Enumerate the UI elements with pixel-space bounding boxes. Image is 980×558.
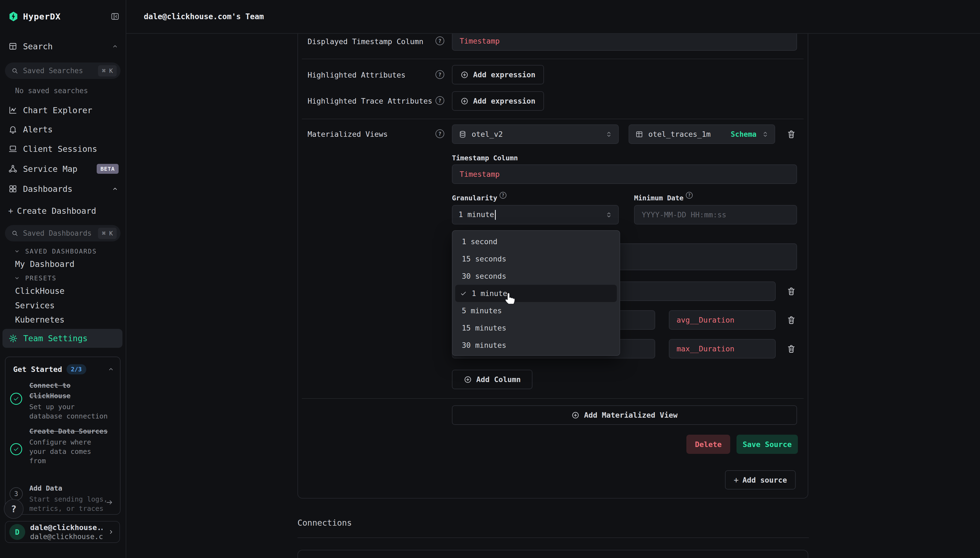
saved-dashboards-section-header[interactable]: SAVED DASHBOARDS [14,246,119,257]
laptop-icon [8,144,18,153]
step-text: Connect to ClickHouse Set up your databa… [29,381,111,421]
dashboards-icon [8,184,18,194]
get-started-step-1[interactable]: Connect to ClickHouse Set up your databa… [5,381,120,424]
dropdown-option[interactable]: 15 minutes [453,319,620,336]
materialized-views-label: Materialized Views [308,130,388,138]
database-icon [458,130,467,138]
help-circle-icon[interactable]: ? [435,96,444,105]
shortcut-badge: ⌘ K [98,228,117,239]
step-title: Connect to ClickHouse [29,381,111,401]
help-circle-icon[interactable]: ? [435,70,444,79]
step-title: Create Data Sources [29,426,111,437]
help-circle-icon[interactable]: ? [435,130,444,138]
database-select[interactable]: otel_v2 [452,125,619,144]
delete-column-icon[interactable] [787,287,796,296]
avatar: D [9,524,25,540]
get-started-step-2[interactable]: Create Data Sources Configure where your… [5,426,120,478]
sidebar-item-label: Client Sessions [23,144,97,154]
add-expression-label: Add expression [473,71,535,79]
help-circle-icon[interactable]: ? [435,36,444,45]
sidebar-item-kubernetes[interactable]: Kubernetes [15,313,119,326]
dropdown-option[interactable]: 1 second [453,233,620,250]
add-materialized-view-label: Add Materialized View [584,411,677,419]
add-column-label: Add Column [476,375,521,384]
granularity-select[interactable]: 1 minute [452,205,619,225]
search-section-icon [8,42,18,51]
sidebar-item-alerts[interactable]: Alerts [8,123,119,135]
sidebar: HyperDX Search Saved Searches ⌘ K No sav… [0,0,126,558]
column-alias-value: max__Duration [677,345,734,353]
chevron-down-icon [14,275,20,281]
sidebar-item-label: Chart Explorer [23,105,92,115]
user-menu[interactable]: D dale@clickhouse.… dale@clickhouse.c… [5,521,120,543]
table-select-value: otel_traces_1m [648,130,726,138]
dropdown-option[interactable]: 5 minutes [453,302,620,319]
sidebar-item-team-settings[interactable]: Team Settings [2,329,123,348]
preset-label: ClickHouse [15,286,65,296]
dropdown-option[interactable]: 30 minutes [453,336,620,354]
delete-column-icon[interactable] [787,344,796,354]
sidebar-section-dashboards[interactable]: Dashboards [8,183,119,195]
sidebar-item-my-dashboard[interactable]: My Dashboard [15,258,119,270]
user-info: dale@clickhouse.… dale@clickhouse.c… [30,523,102,541]
get-started-title: Get Started [13,365,62,374]
sidebar-item-label: Service Map [23,164,77,174]
step-title: Add Data [29,483,111,494]
beta-badge: BETA [97,164,119,174]
presets-section-header[interactable]: PRESETS [14,273,119,284]
sidebar-item-services[interactable]: Services [15,299,119,311]
dropdown-option-selected[interactable]: 1 minute [455,285,617,302]
step-text: Create Data Sources Configure where your… [29,426,111,466]
chevron-updown-icon [605,211,613,219]
table-select[interactable]: otel_traces_1m Schema [628,125,775,144]
help-button[interactable]: ? [4,499,24,519]
sidebar-item-client-sessions[interactable]: Client Sessions [8,143,119,155]
app-title: HyperDX [23,11,61,21]
saved-searches-input[interactable]: Saved Searches ⌘ K [5,62,121,79]
get-started-header[interactable]: Get Started 2/3 [13,363,115,375]
add-source-button[interactable]: + Add source [725,470,796,489]
sidebar-item-chart-explorer[interactable]: Chart Explorer [8,104,119,116]
dropdown-option[interactable]: 30 seconds [453,268,620,285]
delete-materialized-view-icon[interactable] [787,130,796,139]
divider [302,398,803,399]
topbar: dale@clickhouse.com's Team [126,0,980,34]
save-source-button[interactable]: Save Source [736,435,798,454]
timestamp-column-input[interactable]: Timestamp [452,164,797,184]
help-circle-icon[interactable]: ? [686,192,693,199]
preset-label: Kubernetes [15,315,65,325]
add-trace-expression-button[interactable]: Add expression [452,91,544,111]
schema-badge[interactable]: Schema [731,130,756,138]
minimum-date-placeholder: YYYY-MM-DD HH:mm:ss [642,210,726,219]
divider [298,537,809,538]
dropdown-option[interactable]: 15 seconds [453,250,620,268]
column-alias-input[interactable]: max__Duration [669,339,775,358]
plus-circle-icon [460,97,469,105]
plus-circle-icon [464,376,472,384]
sidebar-collapse-icon[interactable] [110,12,120,21]
saved-dashboards-input[interactable]: Saved Dashboards ⌘ K [5,225,121,241]
minimum-date-input[interactable]: YYYY-MM-DD HH:mm:ss [634,205,797,225]
sidebar-item-label: Dashboards [23,184,73,194]
add-expression-button[interactable]: Add expression [452,65,544,84]
add-materialized-view-button[interactable]: Add Materialized View [452,405,797,425]
highlighted-trace-attributes-label: Highlighted Trace Attributes [308,97,432,105]
hyperdx-logo-icon [8,11,19,21]
preset-label: Services [15,300,55,310]
sidebar-item-clickhouse[interactable]: ClickHouse [15,285,119,297]
help-circle-icon[interactable]: ? [500,192,506,199]
chart-explorer-icon [8,105,18,115]
displayed-timestamp-input[interactable]: Timestamp [452,31,797,51]
add-column-button[interactable]: Add Column [452,370,532,389]
shortcut-badge: ⌘ K [98,65,117,77]
column-alias-input[interactable]: avg__Duration [669,310,775,330]
sidebar-item-service-map[interactable]: Service Map BETA [8,163,119,175]
team-title: dale@clickhouse.com's Team [144,12,264,21]
create-dashboard-button[interactable]: + Create Dashboard [8,205,119,217]
delete-column-icon[interactable] [787,315,796,325]
connections-card [298,550,808,558]
granularity-value: 1 minute [458,210,600,220]
delete-source-button[interactable]: Delete [686,435,730,454]
arrow-right-icon [105,498,113,507]
sidebar-section-search[interactable]: Search [8,40,119,53]
